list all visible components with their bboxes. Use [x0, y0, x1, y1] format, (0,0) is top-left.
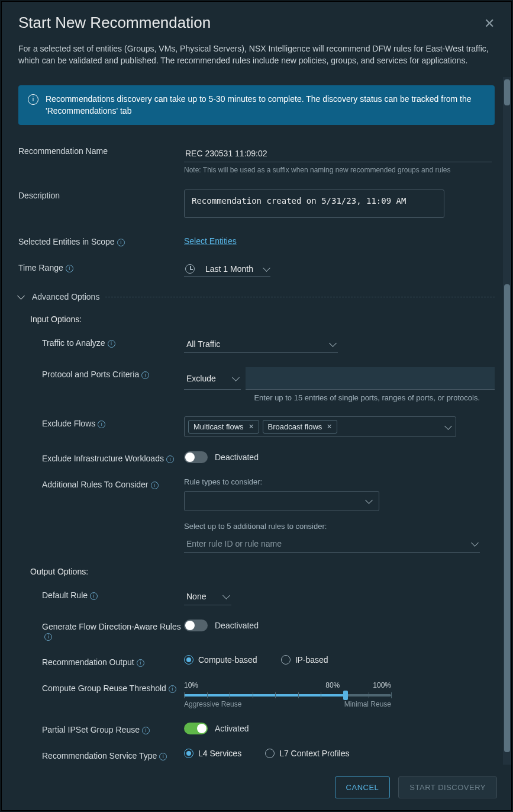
chevron-down-icon	[228, 374, 238, 383]
info-icon[interactable]	[142, 727, 150, 734]
input-options-header: Input Options:	[30, 314, 495, 324]
info-icon[interactable]	[141, 371, 149, 379]
protocol-hint: Enter up to 15 entries of single ports, …	[184, 393, 480, 402]
chevron-down-icon[interactable]	[441, 422, 451, 432]
time-range-select[interactable]: Last 1 Month	[184, 262, 270, 277]
dialog-title: Start New Recommendation	[18, 14, 484, 32]
info-icon[interactable]	[108, 340, 115, 348]
label-flow-direction: Generate Flow Direction-Aware Rules	[42, 620, 184, 641]
dialog-footer: CANCEL START DISCOVERY	[2, 765, 511, 810]
chip-broadcast: Broadcast flows✕	[263, 420, 338, 434]
label-additional-rules: Additional Rules To Consider	[42, 477, 184, 489]
toggle-state-label: Activated	[215, 724, 249, 733]
info-banner: i Recommendations discovery can take up …	[18, 85, 495, 125]
info-icon[interactable]	[151, 482, 159, 489]
label-compute-threshold: Compute Group Reuse Threshold	[42, 681, 184, 693]
label-traffic: Traffic to Analyze	[42, 336, 184, 348]
label-entities: Selected Entities in Scope	[18, 236, 184, 246]
close-icon[interactable]: ✕	[484, 14, 495, 31]
radio-dot-icon	[184, 749, 193, 758]
radio-l7-context[interactable]: L7 Context Profiles	[265, 749, 349, 758]
chip-remove-icon[interactable]: ✕	[327, 423, 332, 431]
advanced-options-toggle[interactable]: Advanced Options	[18, 292, 495, 301]
info-icon[interactable]	[169, 685, 176, 693]
flow-direction-toggle[interactable]	[184, 620, 208, 631]
info-icon[interactable]	[44, 633, 52, 641]
partial-ipset-toggle[interactable]	[184, 723, 208, 734]
start-discovery-button[interactable]: START DISCOVERY	[398, 776, 497, 798]
label-description: Description	[18, 190, 184, 200]
radio-ip-based[interactable]: IP-based	[281, 655, 328, 665]
dialog: Start New Recommendation ✕ For a selecte…	[1, 1, 512, 811]
chip-multicast: Multicast flows✕	[188, 420, 259, 434]
dialog-intro: For a selected set of entities (Groups, …	[2, 43, 511, 77]
cancel-button[interactable]: CANCEL	[335, 776, 391, 798]
label-rec-name: Recommendation Name	[18, 145, 184, 156]
info-icon[interactable]	[66, 265, 73, 272]
radio-compute-based[interactable]: Compute-based	[184, 655, 257, 665]
chevron-down-icon	[259, 264, 269, 274]
label-exclude-flows: Exclude Flows	[42, 416, 184, 428]
label-default-rule: Default Rule	[42, 588, 184, 600]
slider-handle[interactable]	[343, 691, 348, 700]
info-icon[interactable]	[98, 421, 105, 428]
radio-dot-icon	[265, 749, 275, 758]
exclude-infra-toggle[interactable]	[184, 451, 208, 463]
protocol-entry-input[interactable]	[246, 367, 495, 390]
select-up-to-5-label: Select up to 5 additional rules to consi…	[184, 522, 495, 531]
default-rule-select[interactable]: None	[184, 588, 231, 605]
info-icon[interactable]	[166, 455, 174, 463]
description-input[interactable]	[184, 190, 444, 218]
radio-dot-icon	[184, 655, 193, 665]
label-protocol: Protocol and Ports Criteria	[42, 367, 184, 379]
output-options-header: Output Options:	[30, 567, 495, 576]
label-time-range: Time Range	[18, 262, 184, 272]
label-exclude-infra: Exclude Infrastructure Workloads	[42, 451, 184, 463]
info-banner-text: Recommendations discovery can take up to…	[46, 94, 485, 117]
scrollbar[interactable]	[503, 77, 511, 765]
exclude-flows-chips[interactable]: Multicast flows✕ Broadcast flows✕	[184, 416, 456, 437]
dialog-body: i Recommendations discovery can take up …	[2, 77, 511, 765]
rec-name-note: Note: This will be used as a suffix when…	[184, 166, 495, 174]
traffic-select[interactable]: All Traffic	[184, 336, 338, 353]
scrollbar-thumb[interactable]	[504, 284, 510, 752]
clock-icon	[185, 264, 195, 274]
rec-name-input[interactable]	[184, 145, 492, 162]
reuse-threshold-slider[interactable]: 10% 80% 100%	[184, 681, 391, 708]
info-icon: i	[28, 94, 38, 105]
label-rec-output: Recommendation Output	[42, 655, 184, 667]
chevron-down-icon	[362, 496, 372, 506]
rule-types-label: Rule types to consider:	[184, 477, 495, 486]
chip-remove-icon[interactable]: ✕	[249, 423, 254, 431]
chevron-down-icon	[325, 339, 335, 349]
info-icon[interactable]	[137, 659, 144, 667]
label-rec-service-type: Recommendation Service Type	[42, 749, 184, 760]
select-entities-link[interactable]: Select Entities	[184, 236, 237, 246]
rule-id-input[interactable]: Enter rule ID or rule name	[184, 535, 480, 553]
toggle-state-label: Deactivated	[215, 452, 259, 462]
rule-types-select[interactable]	[184, 491, 379, 511]
dialog-header: Start New Recommendation ✕	[2, 2, 511, 43]
chevron-down-icon	[467, 539, 477, 548]
radio-dot-icon	[281, 655, 291, 665]
chevron-down-icon	[219, 592, 229, 601]
info-icon[interactable]	[117, 239, 125, 246]
info-icon[interactable]	[159, 753, 167, 760]
info-icon[interactable]	[90, 592, 98, 600]
radio-l4-services[interactable]: L4 Services	[184, 749, 241, 758]
toggle-state-label: Deactivated	[215, 621, 259, 630]
scrollbar-thumb[interactable]	[504, 79, 510, 105]
label-partial-ipset: Partial IPSet Group Reuse	[42, 723, 184, 734]
chevron-down-icon	[18, 292, 26, 301]
protocol-mode-select[interactable]: Exclude	[184, 367, 241, 390]
